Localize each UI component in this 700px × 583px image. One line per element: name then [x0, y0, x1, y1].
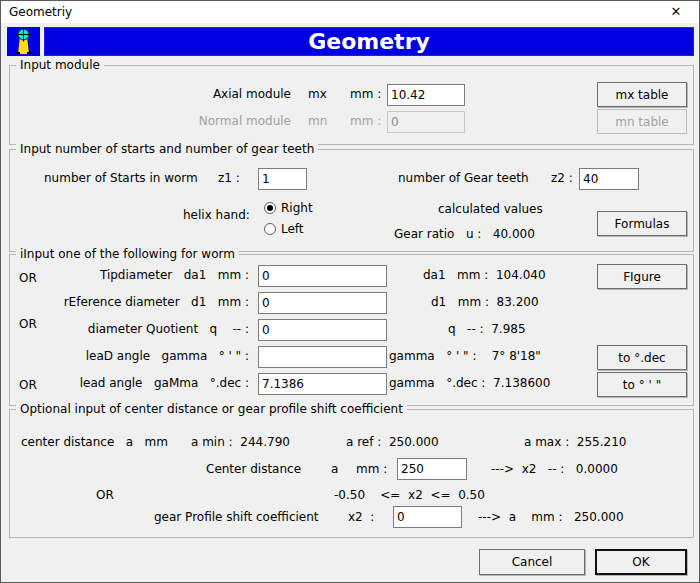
starts-input[interactable] — [258, 168, 307, 190]
tip-diameter-calc: da1 mm : 104.040 — [423, 268, 546, 283]
group-input-module: Input module Axial module mx mm : mx tab… — [9, 65, 694, 145]
group-worm-input-legend: iInput one of the following for worm — [16, 247, 239, 261]
axial-module-label: Axial module — [181, 87, 291, 102]
lead-angle-dms-input[interactable] — [258, 346, 387, 368]
reference-diameter-calc: d1 mm : 83.200 — [431, 295, 539, 310]
reference-diameter-label: rEference diameter d1 mm : — [40, 295, 249, 310]
title-bar: Geometriy ✕ — [1, 1, 699, 23]
tip-diameter-label: Tipdiameter da1 mm : — [40, 268, 249, 283]
group-starts-teeth: Input number of starts and number of gea… — [9, 149, 694, 252]
teeth-input[interactable] — [579, 168, 639, 190]
tip-diameter-input[interactable] — [258, 265, 387, 287]
formulas-button[interactable]: Formulas — [597, 211, 687, 236]
normal-module-symbol: mn — [308, 114, 327, 129]
profile-shift-input[interactable] — [393, 506, 462, 528]
mx-table-button[interactable]: mx table — [597, 82, 687, 107]
figure-button[interactable]: FIgure — [597, 264, 687, 289]
group-starts-teeth-legend: Input number of starts and number of gea… — [16, 142, 318, 156]
center-distance-input[interactable] — [397, 458, 467, 480]
profile-shift-label: gear Profile shift coefficient — [154, 510, 319, 525]
diameter-quotient-calc: q -- : 7.985 — [448, 322, 526, 337]
x2-range: -0.50 <= x2 <= 0.50 — [334, 488, 485, 503]
gear-ratio-value: Gear ratio u : 40.000 — [394, 227, 535, 242]
a-min-value: a min : 244.790 — [191, 435, 290, 450]
window-title: Geometriy — [9, 5, 72, 19]
helix-hand-label: helix hand: — [183, 208, 250, 223]
diameter-quotient-input[interactable] — [258, 319, 387, 341]
geometry-dialog: Geometriy ✕ Geometry Input module Axial … — [0, 0, 700, 583]
center-distance-unit: mm : — [356, 462, 387, 477]
lead-angle-dec-input[interactable] — [258, 373, 387, 395]
normal-module-unit: mm : — [350, 114, 381, 129]
page-title: Geometry — [308, 29, 430, 54]
lead-angle-dec-calc: gamma °.dec : 7.138600 — [389, 376, 550, 391]
group-center-distance-legend: Optional input of center distance or gea… — [16, 402, 407, 416]
teeth-label: number of Gear teeth — [398, 171, 529, 186]
calculated-values-heading: calculated values — [438, 202, 543, 217]
group-worm-input: iInput one of the following for worm OR … — [9, 254, 694, 406]
lead-angle-dec-label: lead angle gaMma °.dec : — [40, 376, 249, 391]
profile-shift-result: ---> a mm : 250.000 — [478, 510, 624, 525]
group-center-distance: Optional input of center distance or gea… — [9, 409, 694, 538]
helix-right-radio[interactable] — [264, 202, 276, 214]
helix-right-label[interactable]: Right — [281, 201, 313, 216]
center-distance-row-label: center distance a mm — [21, 435, 168, 450]
a-max-value: a max : 255.210 — [524, 435, 626, 450]
or-label-4: OR — [96, 488, 114, 503]
normal-module-input — [387, 111, 465, 133]
group-input-module-legend: Input module — [16, 58, 104, 72]
to-dms-button[interactable]: to ° ' " — [597, 372, 687, 397]
worm-gear-icon-svg — [7, 27, 40, 56]
starts-label: number of Starts in worm — [44, 171, 198, 186]
or-label-2: OR — [19, 317, 37, 332]
center-distance-symbol: a — [331, 462, 338, 477]
profile-shift-symbol: x2 : — [348, 510, 374, 525]
helix-left-radio[interactable] — [264, 223, 276, 235]
lead-angle-dms-label: leaD angle gamma ° ' " : — [40, 349, 249, 364]
or-label-1: OR — [19, 271, 37, 286]
diameter-quotient-label: diameter Quotient q -- : — [40, 322, 249, 337]
to-decimal-button[interactable]: to °.dec — [597, 345, 687, 370]
lead-angle-dms-calc: gamma ° ' " : 7° 8'18" — [389, 349, 541, 364]
center-distance-label: Center distance — [206, 462, 301, 477]
mn-table-button: mn table — [597, 109, 687, 134]
axial-module-input[interactable] — [387, 84, 465, 106]
starts-symbol: z1 : — [218, 171, 240, 186]
ok-button[interactable]: OK — [595, 549, 687, 575]
normal-module-label: Normal module — [181, 114, 291, 129]
axial-module-unit: mm : — [350, 87, 381, 102]
reference-diameter-input[interactable] — [258, 292, 387, 314]
a-ref-value: a ref : 250.000 — [346, 435, 439, 450]
center-distance-result: ---> x2 -- : 0.0000 — [491, 462, 618, 477]
close-button[interactable]: ✕ — [653, 1, 699, 23]
cancel-button[interactable]: Cancel — [479, 549, 585, 575]
or-label-3: OR — [19, 378, 37, 393]
helix-left-label[interactable]: Left — [281, 222, 304, 237]
axial-module-symbol: mx — [308, 87, 327, 102]
page-title-banner: Geometry — [44, 27, 694, 56]
teeth-symbol: z2 : — [551, 171, 573, 186]
worm-gear-icon — [7, 27, 40, 56]
